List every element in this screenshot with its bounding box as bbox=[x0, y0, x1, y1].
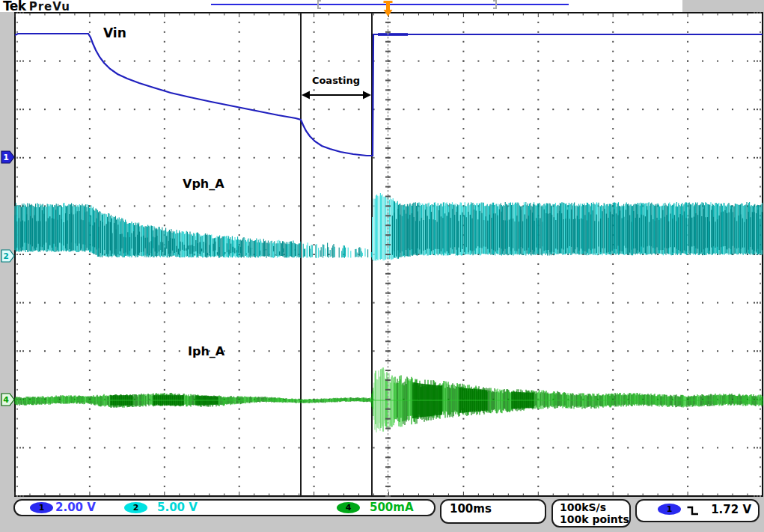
scope-display: 124 bbox=[0, 0, 764, 532]
svg-text:4: 4 bbox=[3, 395, 9, 405]
channel-readout-box: 1 2.00 V 2 5.00 V 4 500mA bbox=[13, 499, 436, 516]
oscilloscope-screen: TekPreVu 124 Vin Vph_A Iph_A Coasting 1 … bbox=[0, 0, 764, 532]
svg-text:1: 1 bbox=[3, 153, 9, 162]
vph-a-trace-label: Vph_A bbox=[183, 177, 224, 191]
trigger-source-badge: 1 bbox=[658, 504, 681, 515]
channel-2-scale: 5.00 V bbox=[157, 501, 198, 514]
timebase-readout-box: 100ms bbox=[440, 499, 546, 524]
channel-2-badge: 2 bbox=[124, 502, 147, 513]
trigger-readout-box: 1 1.72 V bbox=[635, 499, 760, 522]
coasting-annotation: Coasting bbox=[300, 75, 372, 86]
sample-rate-value: 100kS/s bbox=[560, 501, 606, 513]
channel-1-badge: 1 bbox=[30, 502, 53, 513]
timebase-value: 100ms bbox=[450, 502, 492, 516]
channel-4-badge: 4 bbox=[337, 502, 360, 513]
channel-position-markers: 124 bbox=[1, 151, 14, 406]
falling-edge-icon bbox=[686, 505, 700, 516]
acquisition-readout-box: 100kS/s 100k points bbox=[551, 499, 631, 528]
svg-text:2: 2 bbox=[3, 251, 9, 261]
record-length-value: 100k points bbox=[560, 513, 629, 525]
channel-1-scale: 2.00 V bbox=[55, 501, 96, 514]
iph-a-trace-label: Iph_A bbox=[188, 344, 224, 358]
vin-trace-label: Vin bbox=[103, 25, 126, 40]
channel-4-scale: 500mA bbox=[370, 501, 414, 514]
trigger-level-value: 1.72 V bbox=[711, 503, 751, 516]
